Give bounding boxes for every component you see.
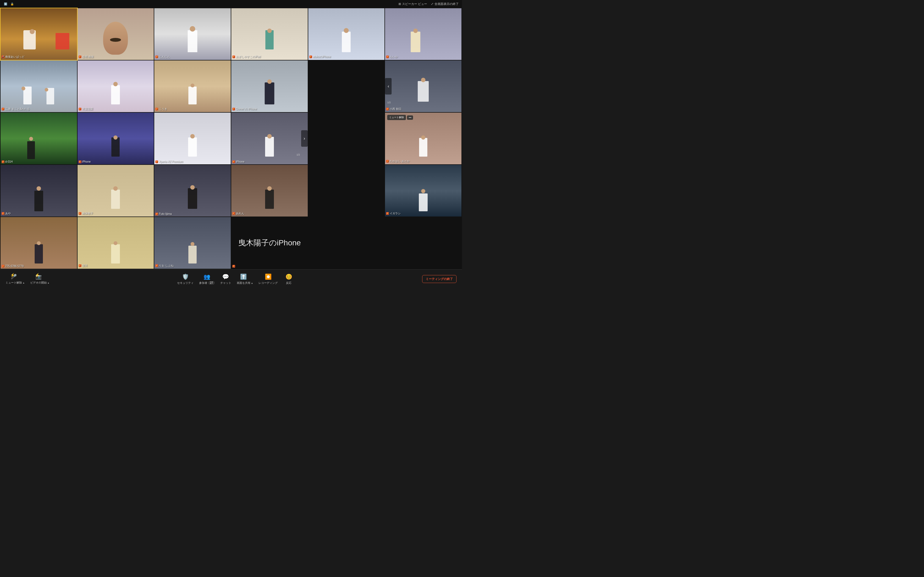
participant-label-11: ⚡ 小西 朝日 xyxy=(386,107,402,111)
toolbar-right: ミーティングの終了 xyxy=(422,275,457,283)
participant-label-2: ⚡ 生明 南保 xyxy=(79,55,94,59)
video-cell-extra1 xyxy=(308,60,385,112)
speaker-view-button[interactable]: ⊞ スピーカー ビュー xyxy=(399,2,427,6)
mic-icon-23: ⚡ xyxy=(79,264,81,267)
video-icon: 📷 ⚡ xyxy=(36,273,42,280)
video-cell-24[interactable]: ⚡ りお しぶね xyxy=(154,217,231,269)
video-cell-14[interactable]: ⚡ Xperia XZ Premium xyxy=(154,113,231,164)
video-cell-15[interactable]: › 1/2 ⚡ iPhone xyxy=(231,113,308,164)
participant-label-3: ⚡ じんじん xyxy=(155,55,170,59)
mic-icon-19: ⚡ xyxy=(155,213,158,215)
participant-label-8: ⚡ 芳賀花梨 xyxy=(79,107,93,111)
video-control[interactable]: 📷 ⚡ ビデオの開始 ▲ xyxy=(30,273,50,285)
video-cell-23[interactable]: ⚡ 望月 xyxy=(78,217,154,269)
participant-label-25: ⚡ xyxy=(233,265,235,268)
video-cell-25[interactable]: 曳木陽子のiPhone ⚡ xyxy=(231,217,308,269)
video-cell-extra3 xyxy=(308,165,385,216)
mic-icon-16: ⚡ xyxy=(386,160,389,163)
video-cell-4[interactable]: ⚡ おぎしやすこのiPad xyxy=(231,8,308,60)
lock-icon: 🔒 xyxy=(10,2,14,6)
video-cell-20[interactable]: ⚡ あれん xyxy=(231,165,308,216)
mic-icon-3: ⚡ xyxy=(155,55,158,58)
mic-icon-2: ⚡ xyxy=(79,55,81,58)
mute-icon: 🎤 ⚡ xyxy=(11,273,17,280)
video-cell-6[interactable]: ⚡ らいか xyxy=(385,8,462,60)
page-indicator-left: 1/2 xyxy=(387,101,391,104)
video-cell-11[interactable]: ‹ 1/2 ⚡ 小西 朝日 xyxy=(385,60,462,112)
video-caret[interactable]: ▲ xyxy=(47,282,50,284)
participant-label-17: ⚡ あや xyxy=(2,211,11,215)
end-meeting-button[interactable]: ミーティングの終了 xyxy=(422,275,457,283)
video-cell-22[interactable]: ⚡ 775 6786 5779 xyxy=(0,217,77,269)
mic-icon-6: ⚡ xyxy=(386,55,389,58)
page-indicator-right: 1/2 xyxy=(296,153,300,156)
mic-icon-4: ⚡ xyxy=(233,55,235,58)
mic-icon-14: ⚡ xyxy=(155,160,158,163)
video-cell-9[interactable]: ⚡ こうき xyxy=(154,60,231,112)
mic-icon-13: ⚡ xyxy=(79,160,81,163)
reaction-button[interactable]: 😊 反応 xyxy=(283,273,294,285)
top-bar: ℹ️ 🔒 ⊞ スピーカー ビュー ⤢ 全画面表示の終了 xyxy=(0,0,462,8)
video-cell-13[interactable]: ⚡ iPhone xyxy=(78,113,154,164)
participant-label-1: 🎤 南保あいぱっど xyxy=(2,55,24,59)
toolbar-center: 🛡️ セキュリティ 👥 参加者 27 💬 チャット ⬆️ 画面を共有 ▲ xyxy=(177,273,294,285)
mic-icon-22: ⚡ xyxy=(2,265,5,268)
participants-icon: 👥 xyxy=(204,273,210,280)
mic-icon-9: ⚡ xyxy=(155,108,158,110)
mic-icon-21: ⚡ xyxy=(386,212,389,215)
video-cell-7[interactable]: ⚡ 二唐 まこと&わたる xyxy=(0,60,77,112)
mic-icon-11: ⚡ xyxy=(386,108,389,110)
mic-icon-12: ⚡ xyxy=(2,160,5,163)
participants-count: 27 xyxy=(208,281,215,285)
video-cell-extra4 xyxy=(308,217,385,269)
video-cell-19[interactable]: ⚡ Futo Iijima xyxy=(154,165,231,216)
reaction-icon: 😊 xyxy=(286,273,292,280)
mic-icon-18: ⚡ xyxy=(79,212,81,215)
toolbar: 🎤 ⚡ ミュート解除 ▲ 📷 ⚡ ビデオの開始 ▲ 🛡️ セキュリティ xyxy=(0,269,462,288)
video-cell-17[interactable]: ⚡ あや xyxy=(0,165,77,216)
video-cell-12[interactable]: ⚡ d-01H xyxy=(0,113,77,164)
mic-icon-24: ⚡ xyxy=(155,264,158,267)
video-cell-1[interactable]: 🎤 南保あいぱっど xyxy=(0,8,77,60)
exit-fullscreen-button[interactable]: ⤢ 全画面表示の終了 xyxy=(431,2,459,6)
nav-left-arrow[interactable]: ‹ xyxy=(385,78,392,95)
participant-label-20: ⚡ あれん xyxy=(233,211,244,215)
video-cell-8[interactable]: ⚡ 芳賀花梨 xyxy=(78,60,154,112)
video-cell-21[interactable]: ⚡ イガラシ xyxy=(385,165,462,216)
participant-label-19: ⚡ Futo Iijima xyxy=(155,213,171,215)
mute-badge: ミュート解除 ••• xyxy=(387,115,413,120)
unmute-button[interactable]: ミュート解除 xyxy=(387,115,406,120)
participant-label-22: ⚡ 775 6786 5779 xyxy=(2,264,24,268)
participant-label-15: ⚡ iPhone xyxy=(233,160,244,163)
mic-icon-8: ⚡ xyxy=(79,108,81,110)
participant-label-23: ⚡ 望月 xyxy=(79,264,88,268)
fullscreen-icon: ⤢ xyxy=(431,2,433,6)
record-icon: ⏺️ xyxy=(265,273,272,280)
video-cell-extra2 xyxy=(308,113,385,164)
share-caret[interactable]: ▲ xyxy=(251,282,253,284)
mute-control[interactable]: 🎤 ⚡ ミュート解除 ▲ xyxy=(5,273,25,285)
video-cell-10[interactable]: ⚡ Owner の iPhone xyxy=(231,60,308,112)
top-bar-right: ⊞ スピーカー ビュー ⤢ 全画面表示の終了 xyxy=(399,2,459,6)
chat-button[interactable]: 💬 チャット xyxy=(220,273,231,285)
more-options-button[interactable]: ••• xyxy=(407,115,413,120)
share-button[interactable]: ⬆️ 画面を共有 ▲ xyxy=(237,273,253,285)
record-button[interactable]: ⏺️ レコーディング xyxy=(258,273,278,285)
participant-label-24: ⚡ りお しぶね xyxy=(155,264,173,268)
video-grid: 🎤 南保あいぱっど ⚡ 生明 南保 ⚡ じんじん ⚡ xyxy=(0,8,462,269)
nav-right-arrow[interactable]: › xyxy=(301,130,308,147)
mic-icon-15: ⚡ xyxy=(233,160,235,163)
video-cell-5[interactable]: ⚡ atukoのiPhone xyxy=(308,8,385,60)
video-cell-3[interactable]: ⚡ じんじん xyxy=(154,8,231,60)
mute-caret[interactable]: ▲ xyxy=(23,282,25,284)
participants-button[interactable]: 👥 参加者 27 xyxy=(199,273,215,285)
info-icon[interactable]: ℹ️ xyxy=(3,2,8,6)
video-cell-18[interactable]: ⚡ 南保敬子 xyxy=(78,165,154,216)
hikiki-iphone-text: 曳木陽子のiPhone xyxy=(238,238,301,248)
security-button[interactable]: 🛡️ セキュリティ xyxy=(177,273,194,285)
participant-label-5: ⚡ atukoのiPhone xyxy=(309,55,331,59)
mic-icon-25: ⚡ xyxy=(233,265,235,268)
video-cell-2[interactable]: ⚡ 生明 南保 xyxy=(78,8,154,60)
chat-icon: 💬 xyxy=(222,273,229,280)
video-cell-16[interactable]: ミュート解除 ••• ⚡ たかはし おとか xyxy=(385,113,462,164)
